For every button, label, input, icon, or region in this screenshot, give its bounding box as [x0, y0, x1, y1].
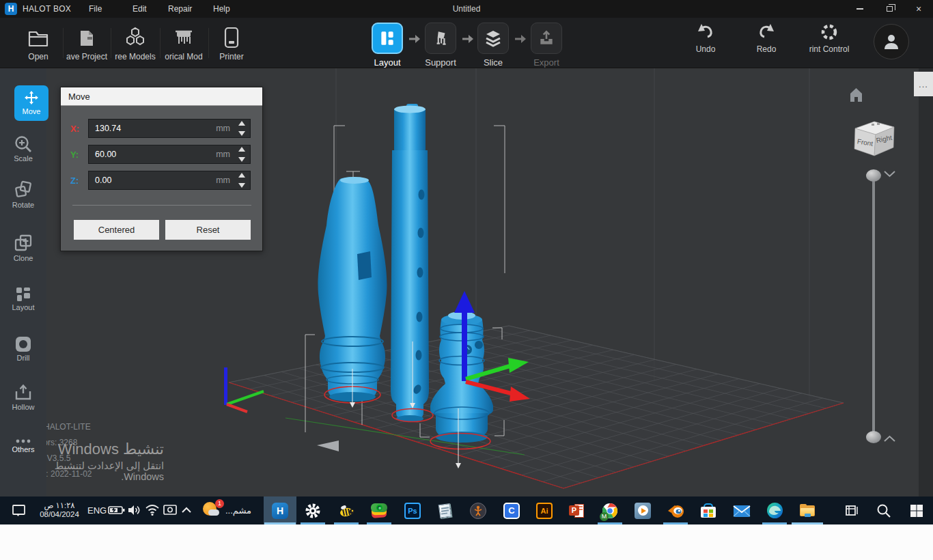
panel-collapse-tab[interactable]: ... [914, 72, 933, 96]
taskbar-app-notepad[interactable] [429, 496, 462, 524]
taskbar-app-halot-box[interactable]: H [264, 496, 296, 524]
export-icon [538, 29, 555, 47]
viewport-3d[interactable]: Front Right ... Move X: [46, 68, 933, 496]
sidebar-item-layout[interactable]: Layout [0, 285, 46, 311]
weather-icon[interactable]: 1 [203, 502, 221, 520]
sidebar-item-scale[interactable]: Scale [0, 134, 46, 163]
free-models-button[interactable]: ree Models [113, 22, 157, 66]
tray-time: ١١:٢٨ ص [36, 501, 83, 510]
task-view-icon [844, 503, 860, 518]
battery-icon[interactable] [108, 503, 126, 520]
workflow-export-button[interactable] [531, 23, 562, 54]
taskbar-app-illustrator[interactable]: Ai [528, 496, 561, 524]
free-models-icon [113, 22, 157, 49]
wifi-icon[interactable] [145, 504, 160, 519]
taskbar-app-capcut[interactable]: C [495, 496, 528, 524]
sidebar-item-clone[interactable]: Clone [0, 232, 46, 262]
taskbar-app-powerpoint[interactable]: P [561, 496, 594, 524]
taskbar-app-mail[interactable] [725, 496, 758, 524]
gear-icon [304, 502, 322, 520]
save-project-button[interactable]: ave Project [66, 22, 108, 66]
notepad-icon [437, 503, 454, 519]
restore-button[interactable] [878, 0, 901, 18]
menu-edit[interactable]: Edit [127, 0, 152, 18]
clock[interactable]: ١١:٢٨ ص 08/04/2024 [36, 501, 83, 519]
workflow-layout-button[interactable] [372, 23, 403, 54]
workflow-export-label: Export [523, 57, 570, 68]
home-view-icon[interactable] [850, 88, 862, 102]
menu-repair[interactable]: Repair [163, 0, 197, 18]
search-icon [876, 503, 892, 519]
workflow-slice-label: Slice [469, 57, 517, 68]
menu-file[interactable]: File [83, 0, 107, 18]
move-panel: Move X: mm Y: [60, 87, 263, 251]
layer-slider[interactable] [866, 169, 895, 443]
halot-box-icon: H [272, 503, 288, 519]
undo-button[interactable]: Undo [692, 22, 719, 54]
close-button[interactable]: × [907, 0, 930, 18]
hollow-icon [0, 382, 46, 403]
speaker-icon[interactable] [127, 503, 142, 520]
taskbar-app-settings[interactable] [296, 496, 329, 524]
taskbar-app-chrome[interactable]: M [594, 496, 626, 524]
minimize-button[interactable] [848, 0, 872, 18]
print-control-button[interactable]: rint Control [802, 22, 857, 54]
task-view-button[interactable] [835, 496, 868, 524]
historical-models-icon [163, 22, 205, 49]
workflow-slice-button[interactable] [477, 23, 509, 54]
taskbar-app-bee[interactable] [330, 496, 363, 524]
save-project-icon [66, 22, 108, 49]
y-axis-label: Y: [70, 150, 88, 160]
halot-box-logo-icon: H [5, 3, 17, 15]
z-spinner-up[interactable] [238, 173, 245, 178]
model-mouthpiece[interactable] [318, 177, 387, 402]
sidebar-item-move[interactable]: Move [14, 85, 48, 121]
taskbar-app-microsoft-store[interactable] [692, 496, 725, 524]
taskbar-app-photoshop[interactable]: Ps [396, 496, 429, 524]
open-button[interactable]: Open [18, 22, 59, 66]
cast-screen-icon[interactable] [163, 503, 178, 520]
minimize-icon [857, 8, 863, 10]
user-avatar[interactable] [874, 24, 909, 59]
sidebar-item-rotate[interactable]: Rotate [0, 179, 46, 209]
taskbar-app-media-player[interactable] [626, 496, 659, 524]
redo-button[interactable]: Redo [753, 22, 780, 54]
view-cube[interactable]: Front Right [854, 122, 894, 156]
toolbar-divider [111, 28, 111, 58]
slider-knob-bottom[interactable] [866, 431, 881, 443]
x-spinner-down[interactable] [238, 131, 245, 136]
sidebar-item-drill[interactable]: Drill [0, 335, 46, 362]
reset-button[interactable]: Reset [165, 220, 251, 240]
y-spinner-up[interactable] [238, 147, 245, 152]
taskbar-app-character[interactable] [462, 496, 495, 524]
titlebar: H HALOT BOX File Edit Repair Help Untitl… [0, 0, 933, 18]
sidebar-item-hollow[interactable]: Hollow [0, 382, 46, 411]
language-indicator[interactable]: ENG [87, 505, 107, 516]
menu-help[interactable]: Help [208, 0, 236, 18]
start-button[interactable] [900, 496, 933, 524]
x-spinner [237, 121, 247, 136]
y-spinner [237, 147, 247, 162]
media-player-icon [635, 503, 651, 519]
taskbar-app-blender[interactable] [659, 496, 692, 524]
model-body-tube[interactable] [391, 104, 429, 422]
historical-models-button[interactable]: orical Mod [163, 22, 205, 66]
workflow-support-button[interactable] [425, 23, 456, 54]
taskbar-search-button[interactable] [867, 496, 900, 524]
move-panel-title[interactable]: Move [61, 87, 262, 106]
printer-button[interactable]: Printer [210, 22, 253, 66]
weather-text[interactable]: مشم... [225, 505, 261, 516]
layout-grid-icon [0, 285, 46, 303]
taskbar-app-edge[interactable] [758, 496, 791, 524]
tray-expand-chevron-icon[interactable] [180, 505, 193, 518]
taskbar-app-bluestacks[interactable] [363, 496, 395, 524]
x-spinner-up[interactable] [238, 121, 245, 126]
y-spinner-down[interactable] [238, 157, 245, 162]
slider-knob-top[interactable] [866, 169, 881, 182]
centered-button[interactable]: Centered [74, 220, 159, 240]
support-icon [432, 29, 449, 47]
action-center-icon[interactable] [11, 503, 27, 522]
workflow-arrow-icon [462, 34, 474, 44]
taskbar-app-file-explorer[interactable] [791, 496, 824, 524]
z-spinner-down[interactable] [238, 183, 245, 188]
